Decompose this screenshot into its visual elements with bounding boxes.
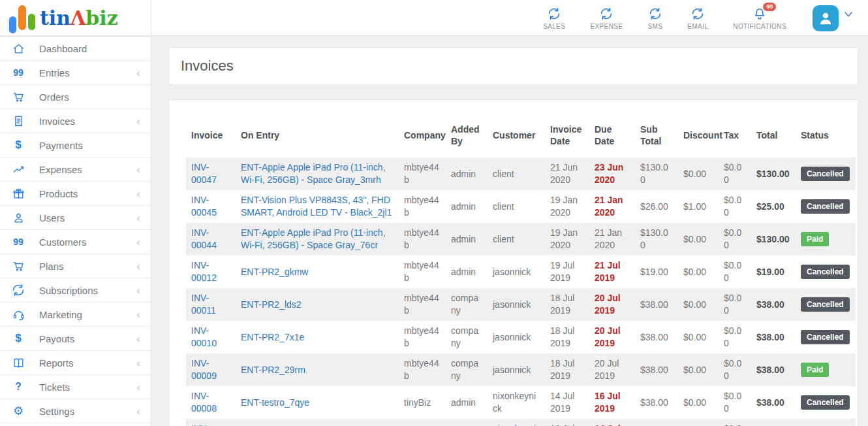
chevron-left-icon: ‹ [136,261,140,272]
entry-link[interactable]: ENT-PR2_29rm [241,365,305,375]
discount-cell: $0.00 [678,353,719,386]
logo-bar [28,14,35,30]
sync-icon [547,7,561,21]
sidebar-item-dashboard[interactable]: Dashboard ‹ [0,37,151,61]
sidebar-item-plans[interactable]: Plans ‹ [0,254,151,278]
added-by-cell: admin [446,223,488,255]
page-title: Invoices [181,57,846,74]
chevron-down-icon[interactable] [843,10,854,18]
added-by-cell: admin [446,190,488,223]
column-header: Customer [488,118,545,157]
user-icon [10,212,27,224]
tax-cell: $0.00 [719,157,751,190]
logo-text-red: Λ [70,7,85,29]
invoice-link[interactable]: INV-00010 [191,325,217,348]
status-cell: Cancelled [796,386,856,419]
sidebar-item-payouts[interactable]: $ Payouts ‹ [0,327,151,351]
sidebar-item-users[interactable]: Users ‹ [0,206,151,230]
customer-cell: jasonnick [488,288,545,321]
book-icon [10,357,27,369]
invoice-link[interactable]: INV-00012 [191,260,217,283]
sidebar-item-payments[interactable]: $ Payments ‹ [0,133,151,157]
sms-action[interactable]: SMS [647,7,662,30]
sidebar-item-expenses[interactable]: Expenses ‹ [0,157,151,182]
status-badge: Paid [801,363,829,377]
entry-link[interactable]: ENT-PR2_7x1e [241,332,304,342]
sidebar-item-orders[interactable]: Orders ‹ [0,85,151,109]
entry-link[interactable]: ENT-PR2_gkmw [241,267,308,277]
chevron-left-icon: ‹ [136,116,140,127]
column-header: Status [796,118,856,157]
company-cell: tinyBiz [399,386,446,419]
sidebar-item-marketing[interactable]: Marketing ‹ [0,303,151,327]
status-cell: Cancelled [796,419,856,426]
table-row: INV-00044 ENT-Apple Apple iPad Pro (11-i… [186,223,856,255]
chevron-left-icon: ‹ [136,212,140,223]
chevron-left-icon: ‹ [136,67,140,78]
chevron-left-icon: ‹ [136,382,140,393]
entry-link[interactable]: ENT-testro_7qye [241,397,309,408]
invoice-link[interactable]: INV-00009 [191,358,217,381]
tax-cell: $0.00 [719,386,751,419]
expense-action[interactable]: EXPENSE [590,7,623,30]
invoice-date-cell: 14 Jul 2019 [545,386,589,419]
entry-link[interactable]: ENT-Apple Apple iPad Pro (11-inch, Wi-Fi… [241,227,386,250]
table-header-row: InvoiceOn EntryCompanyAdded ByCustomerIn… [186,118,856,157]
invoice-link[interactable]: INV-00011 [191,293,216,316]
sidebar-item-products[interactable]: Products ‹ [0,182,151,206]
user-avatar[interactable] [813,5,839,31]
column-header: Company [399,118,446,157]
invoice-link[interactable]: INV-00008 [191,391,217,414]
customer-cell: jasonnick [488,353,545,386]
invoices-table-card: InvoiceOn EntryCompanyAdded ByCustomerIn… [168,99,858,426]
sub-total-cell: $19.00 [635,255,678,288]
sidebar-item-invoices[interactable]: Invoices ‹ [0,109,151,133]
invoice-link[interactable]: INV-00005 [191,423,217,426]
status-badge: Cancelled [801,330,850,344]
invoice-date-cell: 19 Jan 2020 [545,190,589,223]
sidebar-item-settings[interactable]: ⚙ Settings ‹ [0,399,151,423]
column-header: Sub Total [635,118,678,157]
status-cell: Cancelled [796,288,856,321]
notifications-action[interactable]: 90 NOTIFICATIONS [733,7,786,30]
total-cell: $38.00 [751,353,796,386]
due-date-cell: 21 Jan 2020 [589,190,635,223]
sidebar-item-reports[interactable]: Reports ‹ [0,351,151,375]
column-header: On Entry [236,118,399,157]
entry-cell: ENT-testro_gh7y [236,419,399,426]
chevron-left-icon: ‹ [136,406,140,417]
brand-logo[interactable]: tinΛbiz [0,0,151,36]
sidebar-item-tickets[interactable]: ? Tickets ‹ [0,375,151,399]
chevron-left-icon: ‹ [136,357,140,369]
email-action[interactable]: EMAIL [687,7,708,30]
invoice-date-cell: 21 Jun 2020 [545,157,589,190]
company-cell: mbtye44b [399,353,446,386]
total-cell: $130.00 [751,223,796,255]
gift-icon [10,188,27,200]
total-cell: $38.00 [751,386,796,419]
user-menu [813,5,854,31]
sidebar-item-customers[interactable]: 99 Customers ‹ [0,230,151,254]
sidebar-item-subscriptions[interactable]: Subscriptions ‹ [0,278,151,303]
entry-link[interactable]: ENT-Apple Apple iPad Pro (11-inch, Wi-Fi… [241,162,386,185]
notification-count-badge: 90 [763,3,776,11]
entry-link[interactable]: ENT-PR2_lds2 [241,299,302,310]
invoice-link[interactable]: INV-00044 [191,227,217,250]
customer-cell: jasonnick [488,321,545,353]
cart-icon [10,260,27,272]
company-cell: mbtye44b [399,255,446,288]
invoice-cell: INV-00011 [186,288,236,321]
discount-cell: $0.00 [678,321,719,353]
entry-cell: ENT-PR2_29rm [236,353,399,386]
header-actions: SALES EXPENSE SMS EMAIL 90 NOTIFICATIONS [543,7,786,30]
table-row: INV-00008 ENT-testro_7qye tinyBiz admin … [186,386,856,419]
sales-action[interactable]: SALES [543,7,565,30]
sidebar-nav: Dashboard ‹ 99 Entries ‹ Orders ‹ Invoic… [0,36,151,426]
added-by-cell: admin [446,386,488,419]
sidebar-item-entries[interactable]: 99 Entries ‹ [0,61,151,85]
invoice-date-cell: 18 Jul 2019 [545,321,589,353]
chevron-left-icon: ‹ [136,164,140,175]
invoice-link[interactable]: INV-00045 [191,195,217,218]
entry-link[interactable]: ENT-Vision Plus VP8843S, 43", FHD SMART,… [241,195,392,218]
invoice-link[interactable]: INV-00047 [191,162,217,185]
